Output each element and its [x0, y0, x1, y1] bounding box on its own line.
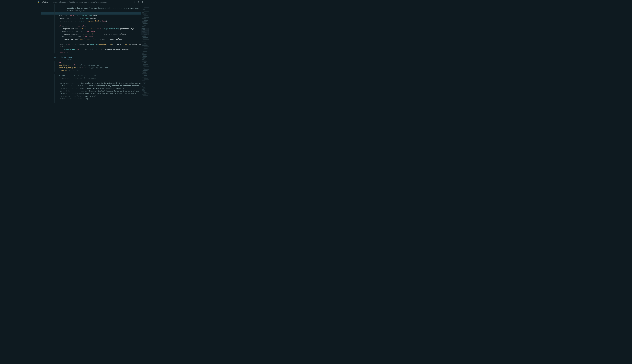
- code-line[interactable]: return result: [41, 51, 141, 54]
- code-line[interactable]: doc_link = self._get_document_link(item): [41, 14, 141, 17]
- code-line[interactable]: response_hook = kwargs.pop('response_hoo…: [41, 20, 141, 22]
- code-line[interactable]: feed_options = build_options(kwargs): [41, 103, 141, 103]
- editor-tab[interactable]: container.py .venv/lib/python3.8/site-pa…: [38, 1, 133, 3]
- code-line[interactable]: """: [41, 12, 141, 15]
- minimap-content: [142, 5, 148, 96]
- compare-changes-icon[interactable]: [137, 1, 140, 3]
- code-line[interactable]: result = self.client_connection.ReadItem…: [41, 43, 141, 46]
- code-line[interactable]: :keyword Callable response_hook: A calla…: [41, 92, 141, 95]
- code-line[interactable]: # type: (...) -> Iterable[Dict[str, Any]…: [41, 74, 141, 77]
- code-line[interactable]: request_options["partitionKey"] = self._…: [41, 28, 141, 30]
- split-editor-icon[interactable]: [141, 1, 144, 3]
- code-line[interactable]: :caption: Get an item from the database …: [41, 7, 141, 10]
- code-line[interactable]: request_options["postTriggerInclude"] = …: [41, 38, 141, 40]
- code-line[interactable]: """: [41, 100, 141, 103]
- code-line[interactable]: request_options["populateQueryMetrics"] …: [41, 33, 141, 36]
- code-line[interactable]: if partition_key is not None:: [41, 25, 141, 28]
- code-line[interactable]: :returns: An Iterable of items (dicts).: [41, 95, 141, 98]
- code-line[interactable]: :keyword str session_token: Token for us…: [41, 87, 141, 90]
- code-line[interactable]: :name: update_item: [41, 9, 141, 12]
- code-line[interactable]: ):: [41, 72, 141, 74]
- code-line[interactable]: if post_trigger_include is not None:: [41, 35, 141, 38]
- python-file-icon: [38, 1, 40, 3]
- code-line[interactable]: [41, 79, 141, 82]
- code-area[interactable]: :caption: Get an item from the database …: [41, 4, 141, 103]
- minimap-viewport[interactable]: [141, 28, 149, 35]
- run-icon[interactable]: [133, 1, 136, 3]
- svg-point-3: [146, 2, 146, 2]
- code-line[interactable]: if populate_query_metrics is not None:: [41, 30, 141, 33]
- code-line[interactable]: self,: [41, 61, 141, 64]
- code-line[interactable]: if response_hook:: [41, 46, 141, 48]
- code-line[interactable]: :keyword dict[str,str] initial_headers: …: [41, 90, 141, 92]
- code-line[interactable]: """List all the items in the container.: [41, 77, 141, 79]
- code-line[interactable]: [41, 40, 141, 43]
- editor-body: :caption: Get an item from the database …: [36, 4, 149, 103]
- code-line[interactable]: [41, 22, 141, 25]
- svg-point-4: [147, 2, 147, 2]
- code-line[interactable]: [41, 4, 141, 7]
- code-line[interactable]: :param populate_query_metrics: Enable re…: [41, 84, 141, 87]
- tab-actions: [133, 1, 148, 3]
- svg-point-2: [146, 2, 146, 2]
- code-line[interactable]: request_options = build_options(kwargs): [41, 17, 141, 20]
- code-line[interactable]: :rtype: Iterable[dict[str, Any]]: [41, 98, 141, 100]
- code-line[interactable]: @distributed_trace: [41, 56, 141, 59]
- code-line[interactable]: populate_query_metrics=None, # type: Opt…: [41, 66, 141, 69]
- code-line[interactable]: response_hook(self.client_connection.las…: [41, 48, 141, 51]
- editor-container: container.py .venv/lib/python3.8/site-pa…: [36, 0, 149, 103]
- code-line[interactable]: [41, 54, 141, 56]
- line-gutter: [36, 4, 41, 103]
- tab-bar: container.py .venv/lib/python3.8/site-pa…: [36, 0, 149, 4]
- code-line[interactable]: def read_all_items(: [41, 59, 141, 61]
- minimap[interactable]: [141, 4, 149, 103]
- tab-filename: container.py: [40, 1, 52, 3]
- more-actions-icon[interactable]: [145, 1, 148, 3]
- code-line[interactable]: max_item_count=None, # type: Optional[in…: [41, 64, 141, 66]
- code-line[interactable]: **kwargs # type: Any: [41, 69, 141, 72]
- tab-filepath: .venv/lib/python3.8/site-packages/azure/…: [53, 1, 107, 3]
- code-line[interactable]: :param max_item_count: Max number of ite…: [41, 82, 141, 84]
